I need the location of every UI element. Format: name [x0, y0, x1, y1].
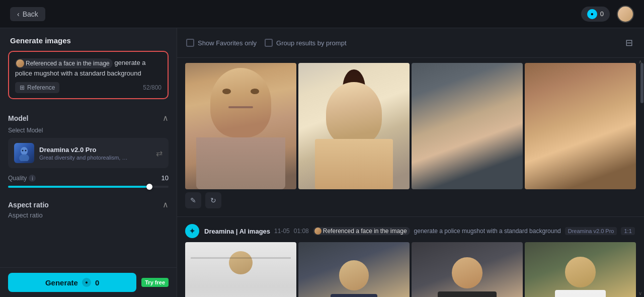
- panel-title: Generate images: [0, 28, 177, 51]
- scroll-down-icon: ∨: [638, 290, 642, 296]
- aspect-ratio-toggle[interactable]: ∧: [163, 200, 169, 209]
- prompt-box[interactable]: Referenced a face in the image generate …: [8, 51, 169, 99]
- generate-credit-icon: ●: [82, 278, 91, 287]
- model-description: Great diversity and photorealism, …: [39, 155, 151, 161]
- model-section-header: Model ∧: [8, 107, 169, 127]
- image-cell-police-dark[interactable]: [298, 242, 410, 297]
- model-name: Dreamina v2.0 Pro: [39, 146, 151, 154]
- image-cell-smiling-woman[interactable]: [298, 63, 410, 189]
- image-action-bar-1: ✎ ↻: [185, 189, 636, 211]
- result-face-label: Referenced a face in the image: [323, 228, 407, 235]
- toolbar: Show Favorites only Group results by pro…: [177, 28, 644, 58]
- scroll-thumb[interactable]: [640, 63, 643, 103]
- topbar: ‹ Back ● 0: [0, 0, 644, 28]
- image-grid-2: [185, 242, 636, 297]
- group-checkbox[interactable]: [265, 39, 273, 47]
- aspect-ratio-value-label: Aspect ratio: [8, 211, 169, 219]
- image-cell-man-brown[interactable]: [525, 63, 636, 189]
- select-model-label: Select Model: [8, 127, 169, 134]
- result-face-tag: Referenced a face in the image: [313, 227, 410, 235]
- generate-label: Generate: [45, 278, 78, 287]
- topbar-right: ● 0: [581, 6, 634, 23]
- image-cell-elderly-woman[interactable]: [185, 63, 296, 189]
- user-avatar: ✦: [185, 224, 199, 238]
- main-layout: Generate images Referenced a face in the…: [0, 28, 644, 297]
- char-count: 52/800: [143, 84, 162, 91]
- credits-badge: ● 0: [581, 7, 610, 22]
- left-panel: Generate images Referenced a face in the…: [0, 28, 177, 297]
- group-by-prompt-label: Group results by prompt: [276, 39, 346, 47]
- result-face-circle: [314, 228, 321, 235]
- aspect-ratio-header: Aspect ratio ∧: [8, 196, 169, 211]
- refresh-icon: ↻: [210, 196, 216, 204]
- model-section-toggle[interactable]: ∧: [163, 113, 169, 123]
- favorites-checkbox[interactable]: [186, 39, 194, 47]
- quality-slider-thumb[interactable]: [146, 184, 152, 190]
- refresh-button-1[interactable]: ↻: [205, 192, 221, 208]
- result-meta: Dreamina | AI images 11-05 01:08 Referen…: [204, 227, 635, 235]
- result-prompt-text: generate a police mugshot with a standar…: [414, 228, 561, 235]
- image-cell-man-suit[interactable]: [412, 242, 523, 297]
- model-thumb-inner: [14, 143, 34, 163]
- archive-button[interactable]: ⊟: [623, 35, 635, 50]
- archive-icon: ⊟: [625, 38, 633, 48]
- quality-slider[interactable]: [8, 186, 169, 188]
- aspect-ratio-label: Aspect ratio: [8, 201, 49, 209]
- image-cell-security-guard[interactable]: [525, 242, 636, 297]
- svg-point-2: [22, 150, 24, 152]
- image-grid-1: [185, 63, 636, 189]
- content-scroll[interactable]: ✎ ↻ ✦ Dreamina | AI images 11-05: [177, 58, 644, 297]
- credits-icon: ●: [587, 9, 597, 19]
- model-thumbnail: [14, 143, 34, 163]
- group-by-prompt-toggle[interactable]: Group results by prompt: [265, 39, 346, 47]
- svg-point-3: [25, 150, 27, 152]
- image-section-1: ✎ ↻: [177, 58, 644, 214]
- edit-button-1[interactable]: ✎: [185, 192, 201, 208]
- scroll-indicator: ∧ ∨: [640, 58, 644, 297]
- credits-count: 0: [600, 10, 604, 18]
- face-reference-tag: Referenced a face in the image: [15, 58, 113, 68]
- model-info: Dreamina v2.0 Pro Great diversity and ph…: [39, 146, 151, 161]
- svg-point-0: [21, 147, 28, 155]
- result-ratio-badge: 1:1: [621, 227, 634, 235]
- section-divider: [177, 216, 644, 217]
- generate-button[interactable]: Generate ● 0: [8, 273, 136, 292]
- avatar[interactable]: [617, 6, 634, 23]
- prompt-result-section: ✦ Dreamina | AI images 11-05 01:08 Refer…: [177, 219, 644, 297]
- edit-icon: ✎: [190, 196, 196, 204]
- back-label: Back: [23, 10, 38, 18]
- right-panel: Show Favorites only Group results by pro…: [177, 28, 644, 297]
- quality-label-text: Quality: [8, 175, 27, 182]
- svg-point-1: [19, 154, 29, 161]
- show-favorites-toggle[interactable]: Show Favorites only: [186, 39, 257, 47]
- user-avatar-icon: ✦: [189, 227, 195, 235]
- result-date: 11-05: [274, 228, 290, 235]
- show-favorites-label: Show Favorites only: [198, 39, 257, 47]
- result-model-badge: Dreamina v2.0 Pro: [565, 227, 617, 235]
- quality-value: 10: [162, 174, 169, 182]
- result-time: 01:08: [294, 228, 309, 235]
- prompt-result-header: ✦ Dreamina | AI images 11-05 01:08 Refer…: [185, 224, 636, 238]
- model-card[interactable]: Dreamina v2.0 Pro Great diversity and ph…: [8, 138, 169, 168]
- generate-bar: Generate ● 0 Try free: [0, 267, 177, 297]
- prompt-text: Referenced a face in the image generate …: [15, 58, 162, 78]
- model-settings-button[interactable]: ⇄: [156, 148, 163, 158]
- left-panel-scroll: Referenced a face in the image generate …: [0, 51, 177, 267]
- try-free-badge: Try free: [141, 278, 169, 287]
- back-button[interactable]: ‹ Back: [10, 7, 45, 21]
- generate-credit-count: 0: [95, 278, 99, 287]
- reference-label: Reference: [27, 84, 55, 91]
- quality-row: Quality i 10: [8, 174, 169, 182]
- quality-info-icon: i: [29, 175, 36, 182]
- quality-label: Quality i: [8, 175, 36, 182]
- face-tag-label: Referenced a face in the image: [26, 59, 110, 68]
- quality-slider-fill: [8, 186, 152, 188]
- back-arrow-icon: ‹: [17, 10, 20, 18]
- image-cell-older-man[interactable]: [412, 63, 523, 189]
- reference-button[interactable]: ⊞ Reference: [15, 82, 59, 93]
- model-thumb-svg: [16, 145, 32, 161]
- reference-icon: ⊞: [20, 84, 25, 91]
- result-username: Dreamina | AI images: [204, 228, 270, 235]
- model-section-label: Model: [8, 114, 28, 122]
- image-cell-mugshot-body[interactable]: [185, 242, 296, 297]
